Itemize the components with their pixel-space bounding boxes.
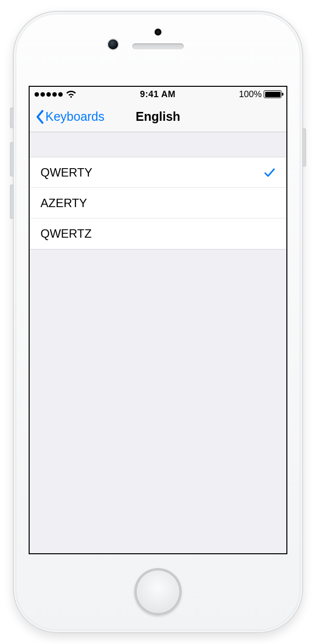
volume-down-button — [10, 184, 14, 219]
earpiece-speaker — [132, 43, 184, 49]
volume-up-button — [10, 142, 14, 177]
proximity-sensor — [155, 29, 161, 36]
navigation-bar: Keyboards English — [30, 102, 286, 132]
cellular-signal-icon — [35, 92, 63, 97]
front-camera — [108, 39, 118, 49]
checkmark-icon — [264, 168, 276, 178]
layout-label: AZERTY — [40, 196, 87, 210]
wifi-icon — [66, 90, 77, 98]
chevron-left-icon — [36, 109, 44, 124]
layout-row-qwertz[interactable]: QWERTZ — [30, 218, 286, 249]
layout-row-azerty[interactable]: AZERTY — [30, 188, 286, 218]
layout-row-qwerty[interactable]: QWERTY — [30, 157, 286, 188]
mute-switch — [10, 107, 14, 128]
layout-label: QWERTZ — [40, 227, 92, 241]
layout-label: QWERTY — [40, 166, 92, 179]
battery-icon — [264, 90, 281, 98]
status-bar: 9:41 AM 100% — [30, 87, 286, 102]
power-button — [302, 128, 306, 167]
page-title: English — [136, 109, 180, 124]
back-button[interactable]: Keyboards — [33, 102, 108, 132]
back-label: Keyboards — [45, 109, 105, 124]
home-button[interactable] — [134, 568, 182, 615]
screen: 9:41 AM 100% Keyboards English — [29, 86, 287, 554]
phone-frame: 9:41 AM 100% Keyboards English — [13, 11, 303, 633]
battery-indicator: 100% — [239, 89, 281, 100]
clock: 9:41 AM — [140, 89, 176, 100]
section-header-spacer — [30, 132, 286, 157]
keyboard-layout-list: QWERTY AZERTY QWERTZ — [30, 157, 286, 250]
battery-percent: 100% — [239, 89, 262, 100]
